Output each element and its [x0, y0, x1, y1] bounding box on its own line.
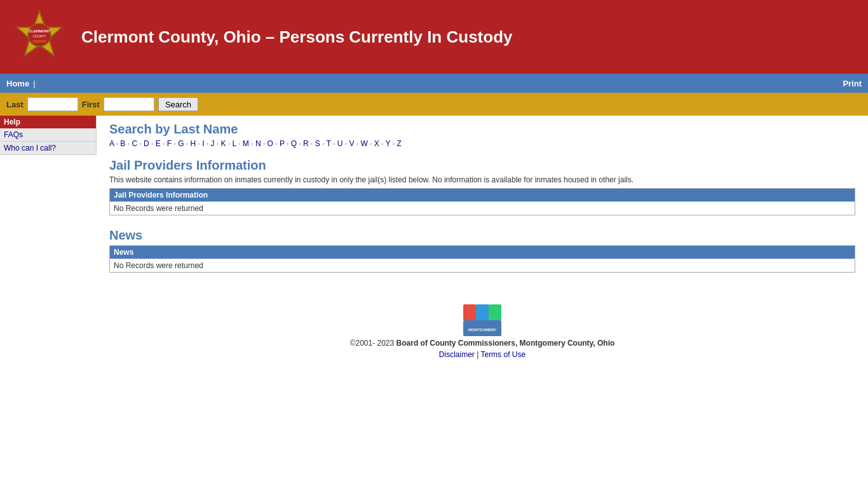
search-bar: Last First Search — [0, 93, 868, 116]
alphabet-separator: · — [114, 139, 120, 148]
alphabet-link-g[interactable]: G — [178, 139, 184, 148]
alphabet-separator: · — [320, 139, 327, 148]
alphabet-separator: · — [226, 139, 233, 148]
alphabet-link-t[interactable]: T — [327, 139, 331, 148]
alphabet-separator: · — [309, 139, 315, 148]
main-content: Search by Last Name A · B · C · D · E · … — [97, 116, 868, 378]
news-table: News No Records were returned — [109, 245, 855, 273]
home-link[interactable]: Home — [6, 79, 29, 88]
alphabet-separator: · — [172, 139, 178, 148]
jail-providers-table: Jail Providers Information No Records we… — [109, 188, 855, 215]
alphabet-link-m[interactable]: M — [243, 139, 249, 148]
sidebar-help-header: Help — [0, 116, 96, 128]
alphabet-separator: · — [261, 139, 268, 148]
jail-section-description: This website contains information on inm… — [109, 175, 855, 184]
news-section: News News No Records were returned — [109, 228, 855, 273]
nav-bar: Home | Print — [0, 74, 868, 93]
print-link[interactable]: Print — [843, 79, 862, 88]
alphabet-separator: · — [149, 139, 156, 148]
news-section-heading: News — [109, 228, 855, 243]
jail-table-header: Jail Providers Information — [110, 189, 855, 202]
footer: MONTGOMERY ©2001- 2023 Board of County C… — [109, 292, 855, 372]
alphabet-link-c[interactable]: C — [132, 139, 137, 148]
alphabet-separator: · — [297, 139, 303, 148]
footer-links: Disclaimer | Terms of Use — [439, 350, 526, 359]
svg-rect-8 — [489, 304, 501, 320]
sheriff-badge-logo: CLERMONT COUNTY SHERIFF — [8, 5, 71, 69]
disclaimer-link[interactable]: Disclaimer — [439, 350, 475, 359]
alphabet-link-s[interactable]: S — [315, 139, 320, 148]
alphabet-link-z[interactable]: Z — [397, 139, 401, 148]
page-title: Clermont County, Ohio – Persons Currentl… — [81, 27, 512, 47]
jail-section: Jail Providers Information This website … — [109, 158, 855, 215]
svg-text:CLERMONT: CLERMONT — [29, 29, 50, 33]
page-header: CLERMONT COUNTY SHERIFF Clermont County,… — [0, 0, 868, 74]
alphabet-separator: · — [285, 139, 291, 148]
alphabet-separator: · — [215, 139, 221, 148]
last-name-input[interactable] — [27, 97, 78, 111]
alphabet-separator: · — [273, 139, 280, 148]
alphabet-link-w[interactable]: W — [360, 139, 367, 148]
montgomery-logo: MONTGOMERY — [463, 304, 501, 336]
jail-section-heading: Jail Providers Information — [109, 158, 855, 173]
sidebar: Help FAQs Who can I call? — [0, 116, 97, 155]
footer-copyright: ©2001- 2023 Board of County Commissioner… — [350, 339, 615, 348]
svg-rect-6 — [463, 304, 476, 320]
alphabet-link-d[interactable]: D — [144, 139, 149, 148]
alphabet-separator: · — [354, 139, 360, 148]
alphabet-link-n[interactable]: N — [255, 139, 261, 148]
svg-text:MONTGOMERY: MONTGOMERY — [468, 328, 496, 332]
alphabet-link-k[interactable]: K — [221, 139, 226, 148]
first-label: First — [82, 100, 100, 109]
main-container: Help FAQs Who can I call? Search by Last… — [0, 116, 868, 378]
alphabet-separator: · — [390, 139, 397, 148]
jail-no-records: No Records were returned — [110, 202, 855, 215]
alphabet-link-e[interactable]: E — [156, 139, 161, 148]
footer-divider: | — [477, 350, 478, 359]
last-label: Last — [6, 100, 24, 109]
news-table-header: News — [110, 246, 855, 259]
sidebar-item-who-can-i-call[interactable]: Who can I call? — [0, 142, 96, 155]
alphabet-link-p[interactable]: P — [280, 139, 285, 148]
alphabet-separator: · — [236, 139, 243, 148]
alphabet-link-r[interactable]: R — [303, 139, 309, 148]
alphabet-link-o[interactable]: O — [268, 139, 273, 148]
search-section-heading: Search by Last Name — [109, 122, 855, 137]
footer-org: Board of County Commissioners, Montgomer… — [397, 339, 615, 348]
terms-link[interactable]: Terms of Use — [480, 350, 526, 359]
alphabet-link-h[interactable]: H — [191, 139, 196, 148]
alphabet-separator: · — [342, 139, 349, 148]
alphabet-separator: · — [379, 139, 386, 148]
first-name-input[interactable] — [104, 97, 154, 111]
news-no-records: No Records were returned — [110, 259, 855, 273]
footer-logo-area: MONTGOMERY ©2001- 2023 Board of County C… — [122, 304, 843, 359]
alphabet-link-x[interactable]: X — [374, 139, 379, 148]
alphabet-separator: · — [196, 139, 202, 148]
alphabet-separator: · — [368, 139, 374, 148]
svg-text:SHERIFF: SHERIFF — [32, 39, 46, 43]
search-button[interactable]: Search — [158, 97, 198, 111]
nav-left: Home | — [6, 79, 36, 88]
alphabet-separator: · — [184, 139, 191, 148]
svg-rect-7 — [476, 304, 489, 320]
search-section: Search by Last Name A · B · C · D · E · … — [109, 122, 855, 148]
alphabet-bar: A · B · C · D · E · F · G · H · I · J · … — [109, 139, 855, 148]
alphabet-separator: · — [331, 139, 337, 148]
alphabet-separator: · — [205, 139, 211, 148]
alphabet-separator: · — [125, 139, 132, 148]
alphabet-link-q[interactable]: Q — [291, 139, 297, 148]
sidebar-item-faqs[interactable]: FAQs — [0, 128, 96, 142]
nav-divider: | — [33, 79, 35, 88]
alphabet-separator: · — [137, 139, 144, 148]
svg-text:COUNTY: COUNTY — [32, 34, 46, 38]
alphabet-separator: · — [161, 139, 167, 148]
alphabet-separator: · — [249, 139, 255, 148]
